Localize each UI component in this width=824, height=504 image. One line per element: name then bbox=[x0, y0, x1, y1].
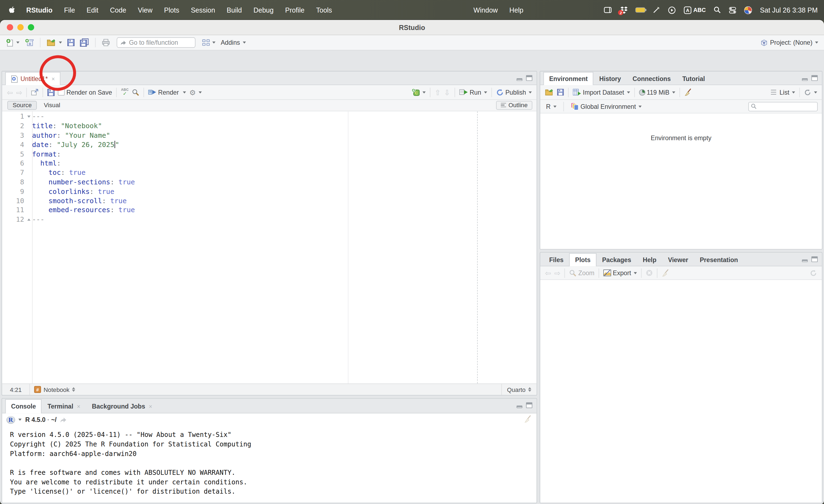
minimize-pane-icon[interactable] bbox=[802, 78, 808, 81]
previous-plot-button[interactable]: ⇦ bbox=[543, 268, 553, 278]
tab-connections[interactable]: Connections bbox=[627, 72, 677, 85]
r-logo-icon[interactable]: R bbox=[6, 416, 15, 423]
clear-environment-button[interactable] bbox=[683, 87, 693, 97]
render-on-save-checkbox[interactable]: Render on Save bbox=[57, 88, 113, 97]
run-next-button[interactable]: ⇩ bbox=[442, 88, 451, 97]
tab-packages[interactable]: Packages bbox=[596, 253, 637, 266]
doc-spinner-icon[interactable] bbox=[72, 387, 75, 392]
tab-tutorial[interactable]: Tutorial bbox=[677, 72, 711, 85]
menu-plots[interactable]: Plots bbox=[158, 6, 185, 14]
menu-help[interactable]: Help bbox=[504, 6, 529, 14]
new-file-button[interactable] bbox=[4, 37, 21, 48]
new-project-button[interactable]: R bbox=[23, 37, 35, 48]
remove-plot-button[interactable] bbox=[644, 268, 654, 277]
tab-untitled1[interactable]: Untitled1* × bbox=[5, 72, 61, 85]
memory-usage-button[interactable]: 119 MiB bbox=[637, 88, 677, 97]
save-button[interactable] bbox=[66, 38, 76, 47]
tab-plots[interactable]: Plots bbox=[570, 253, 597, 266]
export-plot-button[interactable]: Export bbox=[602, 268, 638, 278]
tab-presentation[interactable]: Presentation bbox=[694, 253, 743, 266]
load-workspace-button[interactable] bbox=[543, 88, 555, 97]
minimize-pane-icon[interactable] bbox=[516, 78, 522, 81]
menu-profile[interactable]: Profile bbox=[279, 6, 310, 14]
render-options-caret[interactable] bbox=[180, 90, 188, 94]
status-doc-label[interactable]: Notebook bbox=[44, 386, 70, 393]
source-mode-button[interactable]: Source bbox=[7, 101, 37, 110]
menubar-clock[interactable]: Sat Jul 26 3:38 PM bbox=[760, 6, 818, 14]
tab-background-jobs-close-icon[interactable]: × bbox=[149, 403, 152, 410]
tab-files[interactable]: Files bbox=[543, 253, 570, 266]
tab-viewer[interactable]: Viewer bbox=[662, 253, 694, 266]
global-environment-selector[interactable]: Global Environment bbox=[569, 102, 643, 112]
zoom-plot-button[interactable]: Zoom bbox=[568, 268, 596, 278]
menu-session[interactable]: Session bbox=[185, 6, 221, 14]
clear-plots-button[interactable] bbox=[660, 268, 671, 278]
user-avatar[interactable] bbox=[744, 6, 752, 14]
save-workspace-button[interactable] bbox=[555, 88, 565, 97]
run-previous-button[interactable]: ⇧ bbox=[433, 88, 442, 97]
menu-edit[interactable]: Edit bbox=[81, 6, 104, 14]
language-selector[interactable]: R bbox=[544, 102, 558, 111]
tab-console[interactable]: Console bbox=[5, 399, 42, 413]
goto-file-search[interactable] bbox=[117, 37, 196, 48]
open-file-button[interactable] bbox=[45, 38, 64, 47]
document-options-button[interactable]: ⚙ bbox=[188, 88, 203, 97]
project-menu-button[interactable]: R Project: (None) bbox=[758, 38, 820, 48]
code-editor[interactable]: 1---2title: "Notebook"3author: "Your Nam… bbox=[2, 111, 537, 383]
tab-environment[interactable]: Environment bbox=[543, 72, 594, 85]
console-output[interactable]: R version 4.5.0 (2025-04-11) -- "How Abo… bbox=[2, 426, 537, 502]
minimize-window-button[interactable] bbox=[17, 24, 24, 30]
maximize-pane-icon[interactable] bbox=[526, 75, 532, 81]
tab-background-jobs[interactable]: Background Jobs × bbox=[86, 399, 158, 413]
spotlight-icon[interactable] bbox=[714, 6, 721, 14]
menu-code[interactable]: Code bbox=[104, 6, 132, 14]
visual-mode-button[interactable]: Visual bbox=[39, 102, 65, 109]
publish-button[interactable]: Publish bbox=[494, 88, 533, 97]
find-replace-button[interactable] bbox=[130, 88, 141, 97]
dropbox-icon[interactable]: 2 bbox=[620, 6, 628, 14]
outline-button[interactable]: Outline bbox=[496, 101, 532, 110]
menu-window[interactable]: Window bbox=[468, 6, 503, 14]
list-view-button[interactable]: List bbox=[769, 88, 797, 97]
next-plot-button[interactable]: ⇨ bbox=[553, 268, 562, 278]
print-button[interactable] bbox=[100, 38, 111, 47]
pane-layout-button[interactable] bbox=[201, 38, 217, 47]
menu-tools[interactable]: Tools bbox=[310, 6, 338, 14]
maximize-pane-icon[interactable] bbox=[811, 75, 818, 81]
menu-build[interactable]: Build bbox=[221, 6, 248, 14]
input-source-icon[interactable]: A ABC bbox=[684, 6, 706, 14]
open-directory-icon[interactable] bbox=[60, 417, 67, 422]
refresh-plots-button[interactable] bbox=[808, 268, 819, 278]
menu-view[interactable]: View bbox=[132, 6, 158, 14]
cursor-position[interactable]: 4:21 bbox=[2, 386, 29, 393]
control-center-icon[interactable] bbox=[729, 7, 736, 13]
insert-chunk-button[interactable]: C bbox=[410, 87, 428, 97]
close-window-button[interactable] bbox=[7, 24, 13, 30]
spellcheck-button[interactable]: ABC✓ bbox=[119, 87, 130, 97]
pencil-slash-icon[interactable] bbox=[653, 6, 660, 14]
maximize-pane-icon[interactable] bbox=[811, 256, 818, 262]
menu-rstudio[interactable]: RStudio bbox=[20, 6, 58, 14]
fold-marker-icon[interactable] bbox=[27, 219, 30, 221]
minimize-pane-icon[interactable] bbox=[802, 259, 808, 262]
save-all-button[interactable] bbox=[78, 37, 90, 48]
environment-search[interactable] bbox=[748, 102, 818, 111]
tab-history[interactable]: History bbox=[594, 72, 627, 85]
back-button[interactable]: ⇦ bbox=[5, 88, 14, 97]
battery-icon[interactable] bbox=[636, 8, 645, 12]
apple-menu[interactable] bbox=[0, 6, 20, 14]
popout-button[interactable] bbox=[30, 88, 40, 97]
forward-button[interactable]: ⇨ bbox=[14, 88, 24, 97]
display-sidebar-icon[interactable] bbox=[604, 7, 613, 13]
menu-debug[interactable]: Debug bbox=[248, 6, 279, 14]
refresh-environment-button[interactable] bbox=[803, 88, 819, 97]
zoom-window-button[interactable] bbox=[28, 24, 34, 30]
fold-marker-icon[interactable] bbox=[27, 116, 30, 118]
addins-button[interactable]: Addins bbox=[219, 38, 247, 47]
import-dataset-button[interactable]: Import Dataset bbox=[571, 88, 632, 97]
r-version-caret[interactable] bbox=[18, 419, 21, 421]
tab-help[interactable]: Help bbox=[637, 253, 662, 266]
run-button[interactable]: Run bbox=[457, 88, 489, 97]
render-button[interactable]: Render bbox=[146, 88, 180, 97]
menu-file[interactable]: File bbox=[58, 6, 81, 14]
